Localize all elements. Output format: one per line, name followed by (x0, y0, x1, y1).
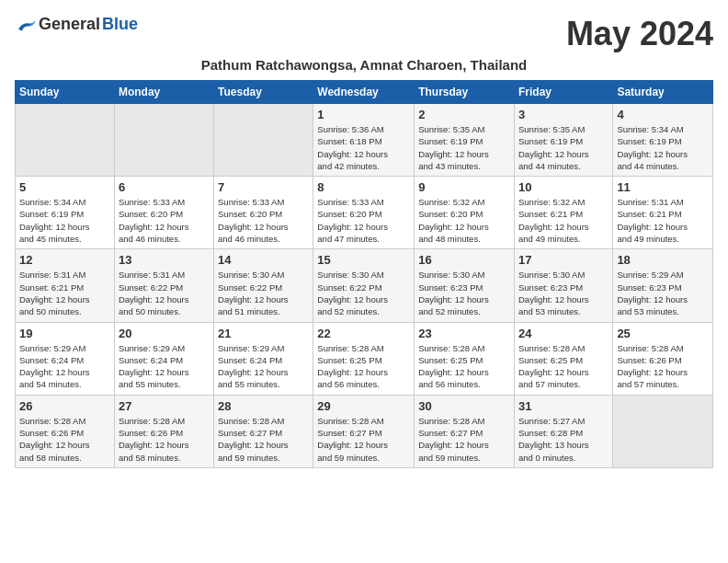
day-info: Sunrise: 5:31 AM Sunset: 6:21 PM Dayligh… (19, 269, 110, 317)
day-info: Sunrise: 5:27 AM Sunset: 6:28 PM Dayligh… (518, 415, 609, 464)
table-row: 1Sunrise: 5:36 AM Sunset: 6:18 PM Daylig… (313, 104, 415, 177)
table-row: 24Sunrise: 5:28 AM Sunset: 6:25 PM Dayli… (514, 322, 612, 395)
day-info: Sunrise: 5:33 AM Sunset: 6:20 PM Dayligh… (119, 196, 210, 245)
day-info: Sunrise: 5:28 AM Sunset: 6:26 PM Dayligh… (119, 415, 210, 464)
day-info: Sunrise: 5:32 AM Sunset: 6:21 PM Dayligh… (518, 196, 609, 245)
day-info: Sunrise: 5:29 AM Sunset: 6:23 PM Dayligh… (617, 269, 709, 317)
day-info: Sunrise: 5:33 AM Sunset: 6:20 PM Dayligh… (218, 196, 309, 245)
day-number: 11 (617, 180, 709, 194)
table-row: 14Sunrise: 5:30 AM Sunset: 6:22 PM Dayli… (214, 249, 313, 322)
calendar-body: 1Sunrise: 5:36 AM Sunset: 6:18 PM Daylig… (16, 104, 713, 468)
table-row (16, 104, 115, 177)
day-number: 26 (19, 399, 110, 413)
table-row: 9Sunrise: 5:32 AM Sunset: 6:20 PM Daylig… (415, 177, 515, 249)
table-row: 2Sunrise: 5:35 AM Sunset: 6:19 PM Daylig… (415, 104, 515, 177)
day-info: Sunrise: 5:36 AM Sunset: 6:18 PM Dayligh… (317, 123, 410, 172)
day-number: 29 (317, 399, 410, 413)
page-header: General Blue May 2024 (15, 15, 713, 53)
day-number: 22 (317, 327, 410, 340)
table-row: 23Sunrise: 5:28 AM Sunset: 6:25 PM Dayli… (415, 322, 515, 395)
table-row (613, 395, 713, 467)
day-info: Sunrise: 5:29 AM Sunset: 6:24 PM Dayligh… (218, 342, 309, 391)
logo-general-text: General (39, 15, 100, 34)
table-row: 11Sunrise: 5:31 AM Sunset: 6:21 PM Dayli… (613, 177, 713, 249)
day-info: Sunrise: 5:30 AM Sunset: 6:22 PM Dayligh… (218, 269, 309, 317)
day-info: Sunrise: 5:28 AM Sunset: 6:26 PM Dayligh… (19, 415, 110, 464)
table-row (214, 104, 313, 177)
day-info: Sunrise: 5:30 AM Sunset: 6:23 PM Dayligh… (418, 269, 510, 317)
table-row: 31Sunrise: 5:27 AM Sunset: 6:28 PM Dayli… (514, 395, 612, 467)
day-number: 6 (119, 180, 210, 194)
day-number: 19 (19, 327, 110, 340)
day-number: 17 (518, 253, 609, 267)
day-number: 1 (317, 108, 410, 121)
day-number: 4 (617, 108, 709, 121)
day-info: Sunrise: 5:28 AM Sunset: 6:25 PM Dayligh… (518, 342, 609, 391)
header-saturday: Saturday (613, 81, 713, 104)
table-row: 7Sunrise: 5:33 AM Sunset: 6:20 PM Daylig… (214, 177, 313, 249)
logo-blue-text: Blue (102, 15, 138, 34)
day-info: Sunrise: 5:29 AM Sunset: 6:24 PM Dayligh… (119, 342, 210, 391)
day-number: 13 (119, 253, 210, 267)
table-row: 19Sunrise: 5:29 AM Sunset: 6:24 PM Dayli… (16, 322, 115, 395)
table-row: 22Sunrise: 5:28 AM Sunset: 6:25 PM Dayli… (313, 322, 415, 395)
table-row: 12Sunrise: 5:31 AM Sunset: 6:21 PM Dayli… (16, 249, 115, 322)
day-number: 3 (518, 108, 609, 121)
day-number: 21 (218, 327, 309, 340)
table-row: 13Sunrise: 5:31 AM Sunset: 6:22 PM Dayli… (114, 249, 213, 322)
title-section: May 2024 (566, 15, 713, 53)
day-info: Sunrise: 5:28 AM Sunset: 6:27 PM Dayligh… (317, 415, 410, 464)
day-number: 15 (317, 253, 410, 267)
day-number: 27 (119, 399, 210, 413)
month-title: May 2024 (566, 15, 713, 53)
header-sunday: Sunday (16, 81, 115, 104)
header-friday: Friday (514, 81, 612, 104)
day-info: Sunrise: 5:34 AM Sunset: 6:19 PM Dayligh… (19, 196, 110, 245)
logo: General Blue (15, 15, 138, 34)
table-row: 28Sunrise: 5:28 AM Sunset: 6:27 PM Dayli… (214, 395, 313, 467)
table-row: 10Sunrise: 5:32 AM Sunset: 6:21 PM Dayli… (514, 177, 612, 249)
table-row: 20Sunrise: 5:29 AM Sunset: 6:24 PM Dayli… (114, 322, 213, 395)
day-number: 5 (19, 180, 110, 194)
day-info: Sunrise: 5:35 AM Sunset: 6:19 PM Dayligh… (418, 123, 510, 172)
table-row: 30Sunrise: 5:28 AM Sunset: 6:27 PM Dayli… (415, 395, 515, 467)
calendar-table: Sunday Monday Tuesday Wednesday Thursday… (15, 80, 713, 468)
day-info: Sunrise: 5:31 AM Sunset: 6:21 PM Dayligh… (617, 196, 709, 245)
header-thursday: Thursday (415, 81, 515, 104)
day-number: 28 (218, 399, 309, 413)
table-row: 5Sunrise: 5:34 AM Sunset: 6:19 PM Daylig… (16, 177, 115, 249)
day-info: Sunrise: 5:28 AM Sunset: 6:27 PM Dayligh… (218, 415, 309, 464)
table-row: 6Sunrise: 5:33 AM Sunset: 6:20 PM Daylig… (114, 177, 213, 249)
calendar-week-row: 5Sunrise: 5:34 AM Sunset: 6:19 PM Daylig… (16, 177, 713, 249)
day-number: 25 (617, 327, 709, 340)
day-number: 14 (218, 253, 309, 267)
day-number: 20 (119, 327, 210, 340)
day-number: 16 (418, 253, 510, 267)
header-tuesday: Tuesday (214, 81, 313, 104)
day-number: 2 (418, 108, 510, 121)
logo-bird-icon (15, 16, 37, 34)
table-row: 17Sunrise: 5:30 AM Sunset: 6:23 PM Dayli… (514, 249, 612, 322)
day-info: Sunrise: 5:34 AM Sunset: 6:19 PM Dayligh… (617, 123, 709, 172)
table-row: 29Sunrise: 5:28 AM Sunset: 6:27 PM Dayli… (313, 395, 415, 467)
day-number: 31 (518, 399, 609, 413)
day-number: 23 (418, 327, 510, 340)
day-info: Sunrise: 5:31 AM Sunset: 6:22 PM Dayligh… (119, 269, 210, 317)
day-info: Sunrise: 5:29 AM Sunset: 6:24 PM Dayligh… (19, 342, 110, 391)
day-number: 18 (617, 253, 709, 267)
table-row (114, 104, 213, 177)
day-number: 10 (518, 180, 609, 194)
day-info: Sunrise: 5:32 AM Sunset: 6:20 PM Dayligh… (418, 196, 510, 245)
table-row: 3Sunrise: 5:35 AM Sunset: 6:19 PM Daylig… (514, 104, 612, 177)
day-info: Sunrise: 5:28 AM Sunset: 6:25 PM Dayligh… (317, 342, 410, 391)
table-row: 8Sunrise: 5:33 AM Sunset: 6:20 PM Daylig… (313, 177, 415, 249)
calendar-week-row: 12Sunrise: 5:31 AM Sunset: 6:21 PM Dayli… (16, 249, 713, 322)
day-info: Sunrise: 5:30 AM Sunset: 6:23 PM Dayligh… (518, 269, 609, 317)
table-row: 15Sunrise: 5:30 AM Sunset: 6:22 PM Dayli… (313, 249, 415, 322)
subtitle: Pathum Ratchawongsa, Amnat Charoen, Thai… (15, 57, 713, 73)
day-number: 12 (19, 253, 110, 267)
calendar-week-row: 1Sunrise: 5:36 AM Sunset: 6:18 PM Daylig… (16, 104, 713, 177)
day-info: Sunrise: 5:35 AM Sunset: 6:19 PM Dayligh… (518, 123, 609, 172)
table-row: 25Sunrise: 5:28 AM Sunset: 6:26 PM Dayli… (613, 322, 713, 395)
table-row: 27Sunrise: 5:28 AM Sunset: 6:26 PM Dayli… (114, 395, 213, 467)
